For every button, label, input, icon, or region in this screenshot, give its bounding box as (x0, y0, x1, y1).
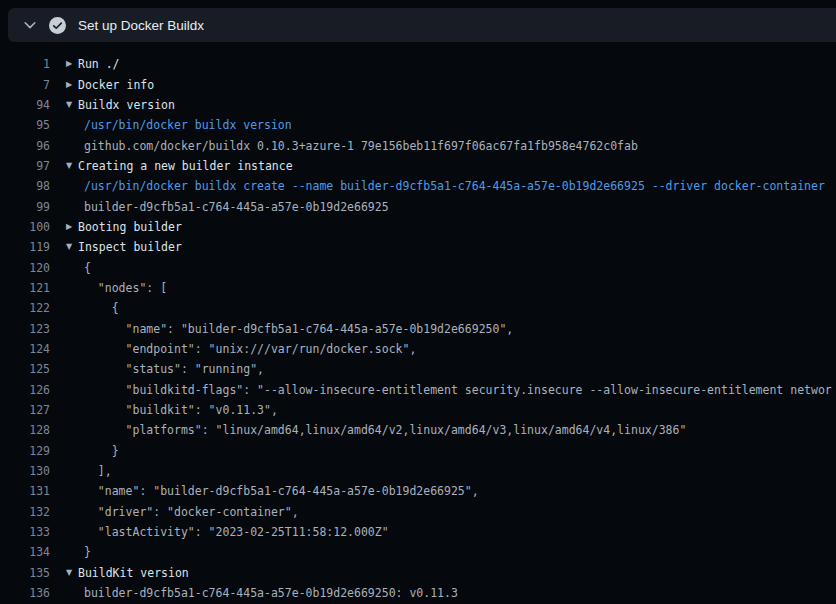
line-text: "platforms": "linux/amd64,linux/amd64/v2… (78, 423, 836, 437)
line-text: /usr/bin/docker buildx version (78, 118, 836, 132)
log-row: 133 "lastActivity": "2023-02-25T11:58:12… (0, 522, 836, 542)
log-row[interactable]: 119 ▼ Inspect builder (0, 237, 836, 257)
group-title[interactable]: Run ./ (78, 57, 836, 71)
line-number[interactable]: 132 (0, 505, 50, 519)
line-number[interactable]: 96 (0, 139, 50, 153)
line-number[interactable]: 1 (0, 57, 50, 71)
line-text: "nodes": [ (78, 281, 836, 295)
line-text: "driver": "docker-container", (78, 505, 836, 519)
log-row: 125 "status": "running", (0, 359, 836, 379)
log-row: 123 "name": "builder-d9cfb5a1-c764-445a-… (0, 318, 836, 338)
log-row[interactable]: 94 ▼ Buildx version (0, 95, 836, 115)
line-number[interactable]: 94 (0, 98, 50, 112)
chevron-right-icon[interactable]: ▶ (66, 81, 78, 89)
line-text: builder-d9cfb5a1-c764-445a-a57e-0b19d2e6… (78, 200, 836, 214)
chevron-down-icon[interactable] (22, 17, 38, 33)
line-number[interactable]: 121 (0, 281, 50, 295)
line-number[interactable]: 100 (0, 220, 50, 234)
log-row: 127 "buildkit": "v0.11.3", (0, 400, 836, 420)
log-row: 122 { (0, 298, 836, 318)
chevron-right-icon[interactable]: ▶ (66, 223, 78, 231)
log-row: 130 ], (0, 461, 836, 481)
group-title[interactable]: Creating a new builder instance (78, 159, 836, 173)
line-number[interactable]: 7 (0, 78, 50, 92)
log-row: 120 { (0, 257, 836, 277)
step-header[interactable]: Set up Docker Buildx (8, 8, 836, 42)
group-title[interactable]: BuildKit version (78, 566, 836, 580)
log-row: 99 builder-d9cfb5a1-c764-445a-a57e-0b19d… (0, 196, 836, 216)
line-number[interactable]: 97 (0, 159, 50, 173)
check-circle-icon (49, 17, 66, 34)
chevron-down-icon[interactable]: ▼ (66, 243, 78, 251)
line-number[interactable]: 130 (0, 464, 50, 478)
line-number[interactable]: 129 (0, 444, 50, 458)
line-text: { (78, 261, 836, 275)
line-number[interactable]: 135 (0, 566, 50, 580)
log-row: 128 "platforms": "linux/amd64,linux/amd6… (0, 420, 836, 440)
log-lines: 1 ▶ Run ./ 7 ▶ Docker info 94 ▼ Buildx v… (0, 44, 836, 604)
line-text: github.com/docker/buildx 0.10.3+azure-1 … (78, 139, 836, 153)
line-number[interactable]: 99 (0, 200, 50, 214)
chevron-down-icon[interactable]: ▼ (66, 569, 78, 577)
chevron-down-icon[interactable]: ▼ (66, 101, 78, 109)
log-row: 96 github.com/docker/buildx 0.10.3+azure… (0, 135, 836, 155)
line-text: builder-d9cfb5a1-c764-445a-a57e-0b19d2e6… (78, 586, 836, 600)
line-number[interactable]: 128 (0, 423, 50, 437)
log-row[interactable]: 100 ▶ Booting builder (0, 217, 836, 237)
line-text: } (78, 444, 836, 458)
line-number[interactable]: 122 (0, 301, 50, 315)
chevron-down-icon[interactable]: ▼ (66, 162, 78, 170)
line-number[interactable]: 95 (0, 118, 50, 132)
line-number[interactable]: 131 (0, 484, 50, 498)
line-number[interactable]: 127 (0, 403, 50, 417)
line-text: /usr/bin/docker buildx create --name bui… (78, 179, 836, 193)
log-row[interactable]: 135 ▼ BuildKit version (0, 563, 836, 583)
line-number[interactable]: 126 (0, 383, 50, 397)
line-number[interactable]: 133 (0, 525, 50, 539)
line-text: "name": "builder-d9cfb5a1-c764-445a-a57e… (78, 322, 836, 336)
log-row: 126 "buildkitd-flags": "--allow-insecure… (0, 380, 836, 400)
line-number[interactable]: 98 (0, 179, 50, 193)
log-row[interactable]: 7 ▶ Docker info (0, 74, 836, 94)
line-number[interactable]: 123 (0, 322, 50, 336)
chevron-right-icon[interactable]: ▶ (66, 60, 78, 68)
group-title[interactable]: Docker info (78, 78, 836, 92)
line-text: "buildkitd-flags": "--allow-insecure-ent… (78, 383, 836, 397)
log-row[interactable]: 97 ▼ Creating a new builder instance (0, 156, 836, 176)
line-text: "endpoint": "unix:///var/run/docker.sock… (78, 342, 836, 356)
line-number[interactable]: 134 (0, 545, 50, 559)
step-title: Set up Docker Buildx (78, 18, 204, 33)
workflow-log-viewer: Set up Docker Buildx 1 ▶ Run ./ 7 ▶ Dock… (0, 0, 836, 604)
log-row: 98 /usr/bin/docker buildx create --name … (0, 176, 836, 196)
line-number[interactable]: 125 (0, 362, 50, 376)
group-title[interactable]: Booting builder (78, 220, 836, 234)
log-row: 136 builder-d9cfb5a1-c764-445a-a57e-0b19… (0, 583, 836, 603)
line-text: } (78, 545, 836, 559)
line-text: "name": "builder-d9cfb5a1-c764-445a-a57e… (78, 484, 836, 498)
log-row: 121 "nodes": [ (0, 278, 836, 298)
line-text: "buildkit": "v0.11.3", (78, 403, 836, 417)
line-number[interactable]: 119 (0, 240, 50, 254)
line-text: { (78, 301, 836, 315)
group-title[interactable]: Buildx version (78, 98, 836, 112)
line-text: "status": "running", (78, 362, 836, 376)
log-row: 124 "endpoint": "unix:///var/run/docker.… (0, 339, 836, 359)
line-text: "lastActivity": "2023-02-25T11:58:12.000… (78, 525, 836, 539)
log-row: 131 "name": "builder-d9cfb5a1-c764-445a-… (0, 481, 836, 501)
log-row: 134 } (0, 542, 836, 562)
log-row: 129 } (0, 441, 836, 461)
line-text: ], (78, 464, 836, 478)
line-number[interactable]: 120 (0, 261, 50, 275)
line-number[interactable]: 136 (0, 586, 50, 600)
log-row: 132 "driver": "docker-container", (0, 502, 836, 522)
line-number[interactable]: 124 (0, 342, 50, 356)
log-row[interactable]: 1 ▶ Run ./ (0, 54, 836, 74)
group-title[interactable]: Inspect builder (78, 240, 836, 254)
log-row: 95 /usr/bin/docker buildx version (0, 115, 836, 135)
